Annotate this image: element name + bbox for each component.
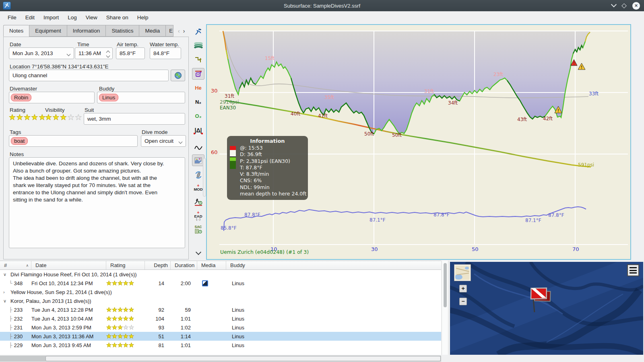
divemaster-tag[interactable]: Robin <box>11 94 31 101</box>
time-stepper[interactable]: 11:36 AM <box>75 47 113 59</box>
tooltip-row: NDL: 99min <box>230 184 305 191</box>
dive-row[interactable]: ├232 Tue Jun 4, 2013 10:04 AM ★★★★★ 104 … <box>0 314 441 323</box>
dive-row[interactable]: ├230 Mon Jun 3, 2013 11:36 AM ★★★★★ 51 1… <box>0 332 441 341</box>
notes-textarea[interactable]: Unbelievable dive. Dozens and dozens of … <box>9 157 185 248</box>
ceiling-button[interactable] <box>192 54 204 66</box>
chevron-down-icon <box>179 140 183 144</box>
location-label: Location 7°16'58.386"N 134°14'43.631"E <box>10 64 108 70</box>
dive-row[interactable]: └348 Fri Oct 10, 2014 12:34 PM ★★★★★ 14 … <box>0 279 441 288</box>
tab[interactable]: Equipment <box>29 25 67 37</box>
tab-scroll-right-icon[interactable]: › <box>183 28 185 34</box>
trip-row[interactable]: ∨ Divi Flamingo House Reef, Fri Oct 10, … <box>0 270 441 279</box>
minimize-icon[interactable] <box>611 2 617 7</box>
dive-row[interactable]: ├231 Mon Jun 3, 2013 2:59 PM ★★★★★ 93 1:… <box>0 323 441 332</box>
dive-date: Mon Jun 3, 2013 2:59 PM <box>31 325 106 331</box>
column-header-depth[interactable]: Depth <box>145 261 171 269</box>
heartrate-button[interactable] <box>192 142 204 153</box>
dive-list-vertical-scrollbar[interactable] <box>442 261 448 355</box>
title-bar[interactable]: Subsurface: SampleDivesV2.ssrf × <box>0 0 644 11</box>
dc-reported-ceiling-button[interactable] <box>192 196 204 208</box>
buddy-input[interactable]: Linus <box>97 92 185 103</box>
expander-icon[interactable]: ∨ <box>3 298 8 304</box>
dive-rating: ★★★★★ <box>106 306 145 313</box>
dive-depth: 81 <box>145 342 171 348</box>
spinner-arrows-icon[interactable] <box>107 49 109 57</box>
tab[interactable]: E <box>165 25 173 37</box>
close-icon[interactable]: × <box>632 2 640 10</box>
dive-row[interactable]: ├229 Mon Jun 3, 2013 9:45 AM ★★★★★ 81 1:… <box>0 341 441 350</box>
app-icon <box>3 2 11 10</box>
divemaster-label: Divemaster <box>10 86 37 92</box>
divemaster-input[interactable]: Robin <box>9 92 95 103</box>
location-input[interactable]: Ulong channel <box>9 70 169 81</box>
map-zoom-out-button[interactable]: − <box>459 298 467 305</box>
dive-list-horizontal-scrollbar[interactable] <box>0 356 441 362</box>
dive-row[interactable]: ├233 Tue Jun 4, 2013 12:28 PM ★★★★★ 92 5… <box>0 305 441 314</box>
air-temp-field[interactable]: 85.8°F <box>116 47 145 59</box>
dive-computer-button[interactable] <box>192 26 204 37</box>
dc-ceiling-button[interactable] <box>192 68 204 80</box>
maximize-icon[interactable] <box>621 3 627 8</box>
menu-item[interactable]: File <box>3 12 21 23</box>
dive-site-map[interactable]: + − <box>450 262 643 355</box>
map-menu-button[interactable] <box>627 264 639 276</box>
rating-stars[interactable]: ★★★★★ <box>9 113 46 122</box>
waves-button[interactable] <box>192 40 204 51</box>
toolbar-scroll-down-button[interactable] <box>192 246 204 258</box>
menu-item[interactable]: Help <box>133 12 153 23</box>
scrollbar-handle[interactable] <box>444 263 447 307</box>
dive-number: 231 <box>14 325 23 331</box>
trip-row[interactable]: › Yellow House, Sun Sep 21, 2014 (1 dive… <box>0 288 441 296</box>
delta-pressure-button[interactable]: |Δ| <box>192 124 204 136</box>
column-header-buddy[interactable]: Buddy <box>226 261 441 269</box>
tab-scroll-left-icon[interactable]: ‹ <box>178 28 180 34</box>
column-header-rating[interactable]: Rating <box>106 261 145 269</box>
column-header-media[interactable]: Media <box>197 261 226 269</box>
tab[interactable]: Statistics <box>105 25 139 37</box>
scrollbar-handle[interactable] <box>45 356 441 361</box>
water-temp-field[interactable]: 84.8°F <box>150 47 181 59</box>
tooltip-row: T: 87.8°F <box>230 165 305 171</box>
trip-title: Divi Flamingo House Reef, Fri Oct 10, 20… <box>10 272 137 278</box>
map-type-selector[interactable] <box>454 264 471 281</box>
column-header-date[interactable]: Date <box>31 261 106 269</box>
menu-item[interactable]: Log <box>63 12 81 23</box>
tab[interactable]: Information <box>67 25 106 37</box>
chart-label: 23ft <box>493 72 503 77</box>
ead-button[interactable]: + EAD (...) <box>192 210 204 222</box>
media-thumbnail-icon[interactable] <box>202 280 208 286</box>
thumb-water <box>455 274 462 280</box>
buddy-tag[interactable]: Linus <box>99 94 118 101</box>
tags-input[interactable]: boat <box>9 135 138 147</box>
menu-item[interactable]: Share on <box>102 12 133 23</box>
nitrogen-button[interactable]: N₂ <box>192 96 204 108</box>
tree-branch-icon: ├ <box>0 307 12 313</box>
sac-button[interactable]: SAC <box>192 224 204 235</box>
tab[interactable]: Notes <box>3 25 29 37</box>
column-header-number[interactable]: #∧ <box>0 261 31 269</box>
trip-row[interactable]: ∨ Koror, Palau, Jun 2013 (11 dive(s)) <box>0 296 441 305</box>
tag-boat[interactable]: boat <box>11 137 28 145</box>
menu-bar: FileEditImportLogViewShare onHelp <box>0 11 644 24</box>
visibility-stars[interactable]: ★★★★★ <box>45 113 83 122</box>
splitter-handle[interactable] <box>203 158 206 197</box>
tree-branch-icon: └ <box>0 280 12 286</box>
chart-label: 85.8°F <box>221 225 237 231</box>
dive-list: #∧ Date Rating Depth Duration Media Budd… <box>0 261 441 355</box>
dive-mode-select[interactable]: Open circuit <box>141 135 186 147</box>
map-zoom-in-button[interactable]: + <box>459 285 467 292</box>
time-label: Time <box>77 41 89 47</box>
menu-item[interactable]: View <box>81 12 102 23</box>
helium-button[interactable]: He <box>192 82 204 94</box>
chart-label: 87.8°F <box>548 212 564 218</box>
date-select[interactable]: Mon Jun 3, 2013 <box>9 47 74 59</box>
column-header-duration[interactable]: Duration <box>171 261 197 269</box>
expander-icon[interactable]: ∨ <box>3 272 8 277</box>
oxygen-button[interactable]: O₂ <box>192 110 204 122</box>
menu-item[interactable]: Import <box>39 12 63 23</box>
tab[interactable]: Media <box>139 25 165 37</box>
expander-icon[interactable]: › <box>3 290 8 294</box>
map-location-button[interactable] <box>171 70 185 81</box>
suit-input[interactable]: wet, 3mm <box>84 113 185 125</box>
menu-item[interactable]: Edit <box>21 12 39 23</box>
